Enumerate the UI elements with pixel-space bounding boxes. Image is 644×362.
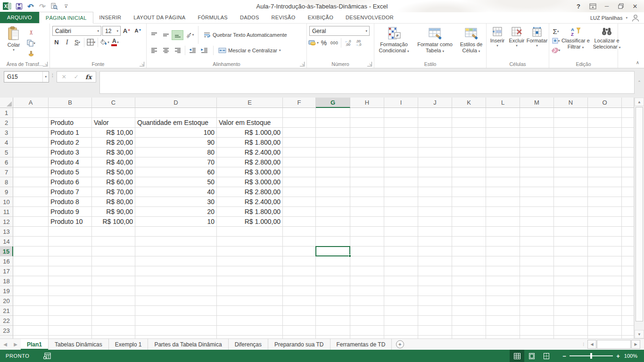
cell-M21[interactable] [520, 306, 554, 316]
cell-N16[interactable] [554, 256, 588, 266]
cell-O22[interactable] [588, 316, 622, 326]
cell-O7[interactable] [588, 167, 622, 177]
cell-partial-17[interactable] [622, 266, 634, 276]
collapse-ribbon-icon[interactable]: ∧ [636, 60, 639, 65]
cell-N18[interactable] [554, 276, 588, 286]
cell-K12[interactable] [452, 217, 486, 227]
cell-A7[interactable] [13, 167, 49, 177]
cell-O21[interactable] [588, 306, 622, 316]
delete-cells-button[interactable]: Excluir ▾ [507, 25, 526, 60]
cell-N12[interactable] [554, 217, 588, 227]
cell-M17[interactable] [520, 266, 554, 276]
column-header-B[interactable]: B [49, 98, 92, 108]
cell-J10[interactable] [418, 197, 452, 207]
cell-A22[interactable] [13, 316, 49, 326]
cell-F24[interactable] [283, 336, 316, 338]
cell-O3[interactable] [588, 128, 622, 138]
cell-B14[interactable] [49, 237, 92, 247]
formula-bar-expand-icon[interactable]: ⌃ [635, 71, 644, 94]
cell-B5[interactable]: Produto 3 [49, 148, 92, 157]
cell-G8[interactable] [316, 177, 350, 187]
redo-icon[interactable]: ↷▾ [37, 1, 48, 11]
cell-D10[interactable]: 30 [135, 197, 217, 207]
cell-B9[interactable]: Produto 7 [49, 187, 92, 197]
cell-O15[interactable] [588, 247, 622, 256]
cell-I16[interactable] [384, 256, 418, 266]
format-as-table-button[interactable]: Formatar como Tabela ▾ [414, 25, 456, 60]
cell-H14[interactable] [350, 237, 384, 247]
cell-E16[interactable] [217, 256, 283, 266]
cell-J24[interactable] [418, 336, 452, 338]
cell-L21[interactable] [486, 306, 520, 316]
restore-button[interactable] [614, 1, 628, 11]
cell-partial-13[interactable] [622, 227, 634, 237]
cell-K2[interactable] [452, 118, 486, 128]
cell-K14[interactable] [452, 237, 486, 247]
horizontal-scroll-thumb[interactable] [597, 340, 631, 349]
cell-J1[interactable] [418, 108, 452, 118]
cell-N8[interactable] [554, 177, 588, 187]
cell-F8[interactable] [283, 177, 316, 187]
cell-E6[interactable]: R$ 2.800,00 [217, 157, 283, 167]
cell-H6[interactable] [350, 157, 384, 167]
ribbon-display-options-icon[interactable] [586, 1, 600, 11]
cell-partial-9[interactable] [622, 187, 634, 197]
column-header-A[interactable]: A [13, 98, 49, 108]
cell-J14[interactable] [418, 237, 452, 247]
cell-B16[interactable] [49, 256, 92, 266]
increase-font-size-button[interactable]: A▲ [122, 26, 132, 36]
cell-H2[interactable] [350, 118, 384, 128]
cell-E14[interactable] [217, 237, 283, 247]
cell-H21[interactable] [350, 306, 384, 316]
cell-L11[interactable] [486, 207, 520, 217]
cell-D16[interactable] [135, 256, 217, 266]
cell-K24[interactable] [452, 336, 486, 338]
cell-G16[interactable] [316, 256, 350, 266]
cell-F6[interactable] [283, 157, 316, 167]
cell-K4[interactable] [452, 138, 486, 148]
cell-A19[interactable] [13, 286, 49, 296]
cell-E1[interactable] [217, 108, 283, 118]
cell-I22[interactable] [384, 316, 418, 326]
cell-O9[interactable] [588, 187, 622, 197]
cell-J18[interactable] [418, 276, 452, 286]
row-header-3[interactable]: 3 [0, 128, 13, 138]
cell-K16[interactable] [452, 256, 486, 266]
orientation-button[interactable]: ab▾ [183, 30, 195, 40]
cell-L3[interactable] [486, 128, 520, 138]
cell-I13[interactable] [384, 227, 418, 237]
cell-O17[interactable] [588, 266, 622, 276]
column-header-M[interactable]: M [520, 98, 554, 108]
cell-O23[interactable] [588, 326, 622, 336]
cell-partial-6[interactable] [622, 157, 634, 167]
cell-E21[interactable] [217, 306, 283, 316]
cell-B17[interactable] [49, 266, 92, 276]
cell-O4[interactable] [588, 138, 622, 148]
cell-L7[interactable] [486, 167, 520, 177]
help-button[interactable]: ? [571, 1, 586, 11]
cell-H16[interactable] [350, 256, 384, 266]
cell-B8[interactable]: Produto 6 [49, 177, 92, 187]
cell-O5[interactable] [588, 148, 622, 157]
cell-N5[interactable] [554, 148, 588, 157]
cell-K1[interactable] [452, 108, 486, 118]
font-name-select[interactable]: Calibri▾ [52, 26, 101, 36]
cell-N15[interactable] [554, 247, 588, 256]
cell-G2[interactable] [316, 118, 350, 128]
cell-N19[interactable] [554, 286, 588, 296]
cell-H20[interactable] [350, 296, 384, 306]
cell-partial-1[interactable] [622, 108, 634, 118]
sheet-tab-diferencas[interactable]: Diferenças [229, 339, 268, 350]
cell-N6[interactable] [554, 157, 588, 167]
tab-layout-da-pagina[interactable]: LAYOUT DA PÁGINA [127, 12, 191, 23]
cell-D17[interactable] [135, 266, 217, 276]
column-header-I[interactable]: I [384, 98, 418, 108]
name-box[interactable]: G15▾ [4, 71, 49, 82]
cell-M11[interactable] [520, 207, 554, 217]
row-header-17[interactable]: 17 [0, 266, 13, 276]
cell-L4[interactable] [486, 138, 520, 148]
fill-color-button[interactable]: ▾ [99, 37, 110, 47]
tab-arquivo[interactable]: ARQUIVO [0, 12, 39, 23]
cell-G7[interactable] [316, 167, 350, 177]
normal-view-button[interactable] [510, 350, 524, 362]
